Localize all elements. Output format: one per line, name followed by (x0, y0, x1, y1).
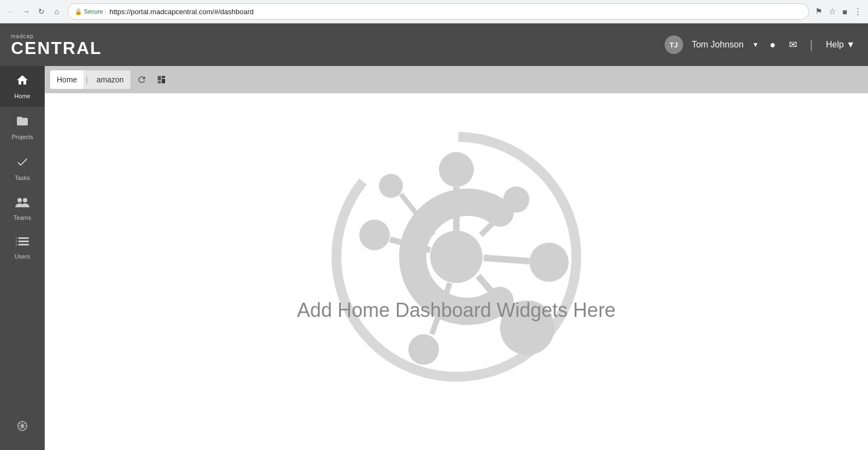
dashboard-area: Add Home Dashboard Widgets Here (45, 93, 868, 450)
svg-point-6 (16, 241, 19, 243)
sidebar-item-tasks[interactable]: Tasks (0, 148, 45, 189)
svg-point-14 (430, 230, 483, 283)
svg-point-27 (379, 173, 403, 197)
sidebar-item-teams[interactable]: Teams (0, 189, 45, 229)
svg-rect-10 (162, 76, 165, 78)
tab-separator: | (83, 75, 90, 84)
folder-icon (16, 115, 29, 131)
tasks-icon (16, 155, 29, 172)
settings-icon (16, 420, 28, 435)
bookmark-button[interactable]: ⚑ (813, 5, 824, 18)
notification-bell-button[interactable]: ● (768, 37, 778, 53)
svg-point-0 (17, 198, 22, 202)
star-button[interactable]: ☆ (827, 5, 837, 18)
lock-icon: 🔒 (75, 8, 82, 15)
tab-bar: Home | amazon (45, 66, 868, 93)
user-name[interactable]: Tom Johnson (692, 40, 744, 50)
app-wrapper: madcap CENTRAL TJ Tom Johnson ▼ ● ✉ | He… (0, 23, 868, 450)
help-button[interactable]: Help ▼ (824, 38, 857, 52)
sidebar-item-home-label: Home (14, 93, 30, 99)
logo-central: CENTRAL (11, 39, 102, 57)
user-dropdown-arrow[interactable]: ▼ (752, 41, 759, 49)
back-button[interactable]: ← (4, 5, 17, 18)
svg-point-19 (529, 242, 569, 281)
sidebar-item-teams-label: Teams (14, 214, 31, 221)
svg-point-25 (408, 334, 439, 364)
secure-badge: 🔒 Secure | (75, 8, 106, 15)
forward-button[interactable]: → (20, 5, 33, 18)
svg-rect-9 (158, 76, 161, 80)
content-area: Home Projects Tasks (0, 66, 868, 450)
svg-line-20 (484, 257, 529, 261)
sidebar-item-users[interactable]: Users (0, 229, 45, 267)
separator: | (105, 8, 106, 15)
sidebar-item-home[interactable]: Home (0, 66, 45, 107)
users-icon (16, 236, 29, 250)
tab-item: Home | amazon (50, 70, 130, 89)
header-right: TJ Tom Johnson ▼ ● ✉ | Help ▼ (665, 35, 857, 54)
teams-icon (15, 196, 29, 212)
sidebar-item-settings[interactable] (16, 412, 28, 443)
address-url: https://portal.madcapcentral.com/#/dashb… (110, 8, 802, 16)
browser-toolbar: ← → ↻ ⌂ 🔒 Secure | https://portal.madcap… (0, 0, 868, 23)
svg-point-8 (20, 424, 24, 428)
browser-chrome: ← → ↻ ⌂ 🔒 Secure | https://portal.madcap… (0, 0, 868, 23)
dashboard-message: Add Home Dashboard Widgets Here (297, 299, 616, 322)
main-content: Home | amazon (45, 66, 868, 450)
nav-buttons: ← → ↻ ⌂ (4, 5, 63, 18)
dashboard-bg-icon (315, 115, 598, 400)
address-bar[interactable]: 🔒 Secure | https://portal.madcapcentral.… (68, 3, 809, 20)
tab-home[interactable]: Home (50, 70, 83, 89)
logo-area: madcap CENTRAL (11, 33, 102, 57)
sidebar-bottom (16, 412, 28, 450)
svg-point-5 (16, 237, 19, 239)
app-header: madcap CENTRAL TJ Tom Johnson ▼ ● ✉ | He… (0, 23, 868, 66)
reload-button[interactable]: ↻ (35, 5, 48, 18)
sidebar-item-projects[interactable]: Projects (0, 107, 45, 148)
mail-button[interactable]: ✉ (787, 37, 799, 53)
sidebar: Home Projects Tasks (0, 66, 45, 450)
menu-button[interactable]: ⋮ (852, 5, 864, 18)
home-nav-button[interactable]: ⌂ (50, 5, 63, 18)
refresh-tab-button[interactable] (134, 73, 150, 87)
browser-actions: ⚑ ☆ ■ ⋮ (813, 5, 864, 18)
svg-point-1 (23, 198, 27, 202)
sidebar-item-users-label: Users (15, 253, 31, 260)
svg-point-21 (359, 219, 390, 250)
header-divider: | (810, 39, 813, 51)
secure-label: Secure (84, 8, 103, 15)
svg-rect-12 (158, 81, 161, 83)
home-icon (16, 74, 29, 90)
svg-point-7 (16, 244, 19, 246)
sidebar-item-tasks-label: Tasks (15, 175, 30, 181)
shield-button[interactable]: ■ (841, 5, 849, 18)
user-avatar: TJ (665, 35, 683, 54)
edit-tab-button[interactable] (153, 73, 170, 87)
sidebar-item-projects-label: Projects (11, 134, 33, 140)
svg-point-15 (439, 152, 474, 187)
svg-rect-11 (162, 79, 165, 83)
tab-project[interactable]: amazon (90, 70, 130, 89)
